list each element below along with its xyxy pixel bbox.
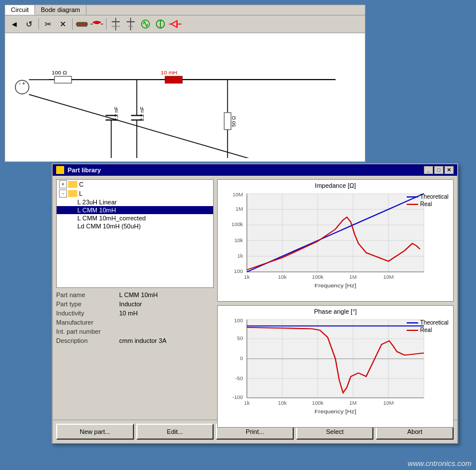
svg-text:0: 0: [240, 356, 243, 361]
phase-real-line: [407, 330, 418, 331]
toolbar-comp3-icon[interactable]: [109, 17, 123, 31]
impedance-chart: Impedance [Ω] Theoretical Real: [217, 179, 454, 302]
svg-text:+: +: [22, 80, 26, 86]
toolbar-comp6-icon[interactable]: [154, 17, 167, 31]
right-panel: Impedance [Ω] Theoretical Real: [217, 179, 454, 416]
toolbar-comp2-icon[interactable]: [90, 17, 104, 31]
circuit-window: Circuit Bode diagram ◄ ↺ ✂ ✕: [5, 5, 365, 162]
tree-item-3-label: Ld CMM 10mH (50uH): [77, 223, 141, 230]
expand-l-icon[interactable]: -: [59, 189, 67, 198]
svg-rect-25: [54, 76, 72, 83]
svg-text:1M: 1M: [235, 206, 243, 212]
tree-item-2-label: L CMM 10mH_corrected: [77, 215, 145, 222]
description-label: Description: [56, 337, 119, 344]
part-name-label: Part name: [56, 291, 119, 298]
inductivity-label: Inductivity: [56, 310, 119, 317]
part-tree[interactable]: + C - L L 23uH Linear L CMM 10mH L CMM 1…: [56, 179, 214, 288]
title-left: Part library: [56, 166, 101, 174]
impedance-real-label: Real: [420, 201, 432, 207]
svg-text:100: 100: [234, 318, 243, 324]
svg-text:-50: -50: [235, 376, 243, 381]
circuit-canvas: - + 100 Ω 10 mH 2.2 nF: [5, 33, 365, 158]
phase-legend-real: Real: [407, 327, 449, 333]
svg-text:10k: 10k: [234, 238, 243, 243]
toolbar-comp1-icon[interactable]: [75, 17, 89, 31]
tree-c-label: C: [79, 181, 84, 188]
svg-marker-14: [171, 21, 177, 27]
toolbar-comp5-icon[interactable]: [139, 17, 152, 31]
tab-circuit[interactable]: Circuit: [5, 5, 35, 15]
toolbar-separator-3: [106, 18, 107, 30]
svg-rect-43: [224, 113, 231, 130]
svg-text:100: 100: [234, 269, 243, 275]
phase-legend-theoretical: Theoretical: [407, 319, 449, 326]
int-part-number-label: Int. part number: [56, 328, 119, 335]
svg-text:10k: 10k: [278, 401, 287, 406]
impedance-legend-theoretical: Theoretical: [407, 193, 449, 200]
toolbar-separator-2: [72, 18, 73, 30]
part-library-titlebar: Part library _ □ ✕: [53, 164, 457, 176]
svg-text:10M: 10M: [383, 275, 394, 281]
tree-node-l[interactable]: - L: [57, 189, 213, 198]
svg-text:1k: 1k: [237, 253, 243, 259]
part-library-body: + C - L L 23uH Linear L CMM 10mH L CMM 1…: [53, 176, 457, 420]
phase-chart-title: Phase angle [°]: [220, 308, 451, 315]
toolbar-back-icon[interactable]: ◄: [7, 17, 21, 31]
toolbar-comp7-icon[interactable]: [168, 17, 182, 31]
svg-text:100k: 100k: [312, 401, 324, 406]
part-library-icon: [56, 166, 64, 174]
new-part-button[interactable]: New part...: [56, 424, 134, 440]
folder-c-icon: [68, 181, 77, 188]
phase-legend: Theoretical Real: [407, 319, 449, 334]
circuit-tabs: Circuit Bode diagram: [5, 5, 365, 15]
toolbar-scissors-icon[interactable]: ✂: [41, 17, 55, 31]
svg-text:10 mH: 10 mH: [160, 69, 177, 76]
tree-node-c[interactable]: + C: [57, 180, 213, 189]
svg-text:50 Ω: 50 Ω: [231, 116, 237, 127]
description-value: cmm inductor 3A: [119, 337, 167, 344]
impedance-theoretical-line: [407, 196, 418, 198]
svg-text:1k: 1k: [244, 401, 250, 406]
toolbar-redo-icon[interactable]: ↺: [22, 17, 36, 31]
edit-button[interactable]: Edit...: [136, 424, 214, 440]
manufacturer-label: Manufacturer: [56, 319, 119, 326]
svg-text:1M: 1M: [349, 401, 357, 406]
toolbar-comp4-icon[interactable]: [124, 17, 137, 31]
svg-rect-0: [77, 22, 87, 26]
tree-item-1[interactable]: L CMM 10mH: [57, 206, 213, 214]
svg-text:1k: 1k: [244, 275, 250, 281]
minimize-button[interactable]: _: [424, 166, 433, 174]
folder-l-icon: [68, 190, 77, 197]
toolbar-cursor-icon[interactable]: ✕: [56, 17, 70, 31]
impedance-legend-real: Real: [407, 201, 449, 207]
svg-text:10M: 10M: [383, 401, 394, 406]
detail-inductivity-row: Inductivity 10 mH: [56, 310, 214, 317]
watermark: www.cntronics.com: [408, 459, 471, 468]
svg-text:2.2 nF: 2.2 nF: [113, 106, 119, 121]
svg-text:Frequency [Hz]: Frequency [Hz]: [314, 283, 356, 289]
part-details: Part name L CMM 10mH Part type Inductor …: [56, 291, 214, 346]
toolbar-separator-1: [38, 18, 39, 30]
tree-item-0-label: L 23uH Linear: [77, 199, 117, 206]
svg-line-22: [29, 94, 336, 158]
tab-bode-diagram[interactable]: Bode diagram: [35, 5, 86, 15]
part-library-window: Part library _ □ ✕ + C - L: [52, 163, 458, 444]
expand-c-icon[interactable]: +: [59, 180, 67, 188]
svg-text:-100: -100: [233, 395, 243, 401]
svg-text:100k: 100k: [312, 275, 324, 281]
svg-text:100k: 100k: [231, 222, 243, 228]
detail-manufacturer-row: Manufacturer: [56, 319, 214, 326]
phase-theoretical-line: [407, 322, 418, 323]
close-button[interactable]: ✕: [444, 166, 454, 174]
part-type-value: Inductor: [119, 301, 142, 307]
svg-text:10M: 10M: [233, 192, 243, 198]
tree-item-2[interactable]: L CMM 10mH_corrected: [57, 214, 213, 222]
titlebar-buttons: _ □ ✕: [424, 166, 454, 174]
phase-real-label: Real: [420, 327, 432, 333]
svg-text:1M: 1M: [349, 275, 357, 281]
tree-item-0[interactable]: L 23uH Linear: [57, 198, 213, 206]
tree-item-1-label: L CMM 10mH: [77, 207, 116, 214]
svg-text:10k: 10k: [278, 275, 287, 281]
maximize-button[interactable]: □: [434, 166, 443, 174]
tree-item-3[interactable]: Ld CMM 10mH (50uH): [57, 222, 213, 230]
